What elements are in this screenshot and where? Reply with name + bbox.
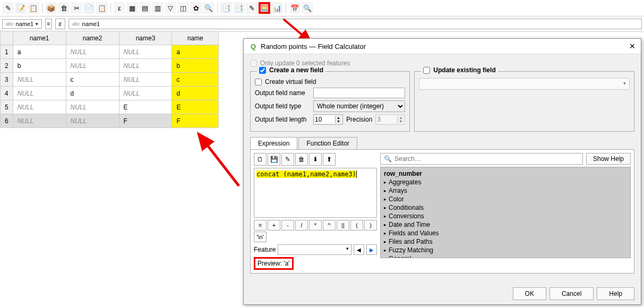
tool-deselect-icon[interactable]: ▥ — [152, 2, 164, 14]
cell[interactable]: NULL — [119, 87, 172, 100]
prev-feature-button[interactable]: ◀ — [354, 244, 364, 255]
expr-tool-button[interactable]: ⬆ — [323, 153, 336, 166]
cell[interactable]: b — [13, 59, 66, 73]
col-header[interactable]: name1 — [13, 31, 66, 45]
cell[interactable]: d — [66, 87, 119, 100]
cell[interactable]: NULL — [119, 73, 172, 87]
operator-button[interactable]: = — [254, 220, 267, 231]
tree-item[interactable]: ▸Fields and Values — [383, 229, 628, 237]
create-field-check[interactable] — [259, 67, 266, 74]
row-number[interactable]: 2 — [1, 59, 13, 73]
ok-button[interactable]: OK — [513, 287, 546, 300]
search-input[interactable]: 🔍 — [380, 153, 583, 165]
close-icon[interactable]: ✕ — [629, 42, 636, 50]
cell[interactable]: NULL — [66, 45, 119, 59]
tool-add-icon[interactable]: 📦 — [45, 2, 57, 14]
tool-movetop-icon[interactable]: ◫ — [177, 2, 189, 14]
cell[interactable]: NULL — [13, 114, 66, 128]
tool-actions-icon[interactable]: 🔍 — [302, 2, 313, 14]
tree-item[interactable]: row_number — [383, 169, 628, 178]
output-name-input[interactable] — [313, 88, 405, 98]
cell[interactable]: E — [172, 100, 219, 114]
assign-button[interactable]: = — [45, 19, 52, 29]
tool-delete-icon[interactable]: 🗑 — [58, 2, 70, 14]
cell[interactable]: d — [172, 87, 219, 100]
tool-paste-icon[interactable]: 📋 — [96, 2, 108, 14]
expression-code-input[interactable]: concat (name1,name2,name3) — [254, 168, 377, 218]
tree-item[interactable]: ▸Date and Time — [383, 220, 628, 229]
output-length-spin[interactable]: ▲▼ — [313, 114, 343, 125]
tree-item[interactable]: ▸Color — [383, 195, 628, 203]
help-button[interactable]: Help — [597, 287, 634, 300]
operator-button[interactable]: || — [337, 220, 349, 231]
operator-button[interactable]: + — [268, 220, 280, 231]
output-type-select[interactable]: Whole number (integer) — [313, 100, 405, 112]
field-selector[interactable]: abc name1 ▾ — [2, 19, 42, 29]
cell[interactable]: F — [119, 114, 172, 128]
tool-zoom-icon[interactable]: 🔍 — [203, 2, 214, 14]
cell[interactable]: a — [13, 45, 66, 59]
tool-cond-icon[interactable]: 📊 — [271, 2, 283, 14]
tool-expr-icon[interactable]: ε — [114, 2, 125, 14]
expr-tool-button[interactable]: ✎ — [281, 153, 294, 166]
cell[interactable]: NULL — [66, 100, 119, 114]
col-header[interactable]: name — [172, 31, 219, 45]
cell[interactable]: NULL — [66, 59, 119, 73]
cell[interactable]: NULL — [13, 87, 66, 100]
tree-item[interactable]: ▸Arrays — [383, 186, 628, 195]
cell[interactable]: E — [119, 100, 172, 114]
expr-tool-button[interactable]: 💾 — [268, 153, 280, 166]
cell[interactable]: NULL — [119, 45, 172, 59]
tool-selectall-icon[interactable]: ▦ — [126, 2, 138, 14]
table-row[interactable]: 4NULLdNULLd — [1, 87, 219, 100]
cell[interactable]: NULL — [119, 59, 172, 73]
cell[interactable]: NULL — [13, 73, 66, 87]
cancel-button[interactable]: Cancel — [549, 287, 594, 300]
tool-edit-icon[interactable]: ✎ — [2, 2, 14, 14]
cell[interactable]: c — [66, 73, 119, 87]
expr-tool-button[interactable]: 🗑 — [295, 153, 308, 166]
tool-pan-icon[interactable]: ✿ — [190, 2, 202, 14]
operator-button[interactable]: '\n' — [254, 232, 267, 242]
tool-dock-icon[interactable]: 📅 — [289, 2, 300, 14]
tool-rename-icon[interactable]: ✎ — [246, 2, 257, 14]
tree-item[interactable]: ▸General — [383, 254, 628, 258]
cell[interactable]: b — [172, 59, 219, 73]
operator-button[interactable]: / — [295, 220, 308, 231]
epsilon-button[interactable]: ε — [55, 19, 65, 29]
feature-combo[interactable] — [278, 244, 351, 255]
cell[interactable]: NULL — [13, 100, 66, 114]
expr-tool-button[interactable]: 🗋 — [254, 153, 267, 166]
tree-item[interactable]: ▸Files and Paths — [383, 237, 628, 246]
tool-save-icon[interactable]: 📋 — [28, 2, 39, 14]
table-row[interactable]: 5NULLNULLEE — [1, 100, 219, 114]
tree-item[interactable]: ▸Aggregates — [383, 178, 628, 186]
table-row[interactable]: 6NULLNULLFF — [1, 114, 219, 128]
tree-item[interactable]: ▸Conditionals — [383, 203, 628, 212]
cell[interactable]: F — [172, 114, 219, 128]
tool-edit2-icon[interactable]: 📝 — [15, 2, 27, 14]
tab-function-editor[interactable]: Function Editor — [298, 137, 357, 149]
update-field-check[interactable] — [423, 67, 430, 74]
operator-button[interactable]: ) — [364, 220, 377, 231]
tool-copy-icon[interactable]: 📄 — [83, 2, 95, 14]
tab-expression[interactable]: Expression — [250, 137, 297, 149]
operator-button[interactable]: * — [309, 220, 322, 231]
table-row[interactable]: 2bNULLNULLb — [1, 59, 219, 73]
col-header[interactable]: name2 — [66, 31, 119, 45]
show-help-button[interactable]: Show Help — [586, 153, 631, 165]
cell[interactable]: NULL — [66, 114, 119, 128]
tool-fieldcalc-icon[interactable]: 🧮 — [259, 2, 270, 14]
row-number[interactable]: 1 — [1, 45, 13, 59]
function-tree[interactable]: row_number▸Aggregates▸Arrays▸Color▸Condi… — [380, 167, 631, 258]
row-number[interactable]: 6 — [1, 114, 13, 128]
table-row[interactable]: 1aNULLNULLa — [1, 45, 219, 59]
tool-filter-icon[interactable]: ▽ — [165, 2, 176, 14]
operator-button[interactable]: - — [281, 220, 294, 231]
cell[interactable]: c — [172, 73, 219, 87]
operator-button[interactable]: ^ — [323, 220, 336, 231]
row-number[interactable]: 3 — [1, 73, 13, 87]
next-feature-button[interactable]: ▶ — [366, 244, 377, 255]
cell[interactable]: a — [172, 45, 219, 59]
row-number[interactable]: 4 — [1, 87, 13, 100]
